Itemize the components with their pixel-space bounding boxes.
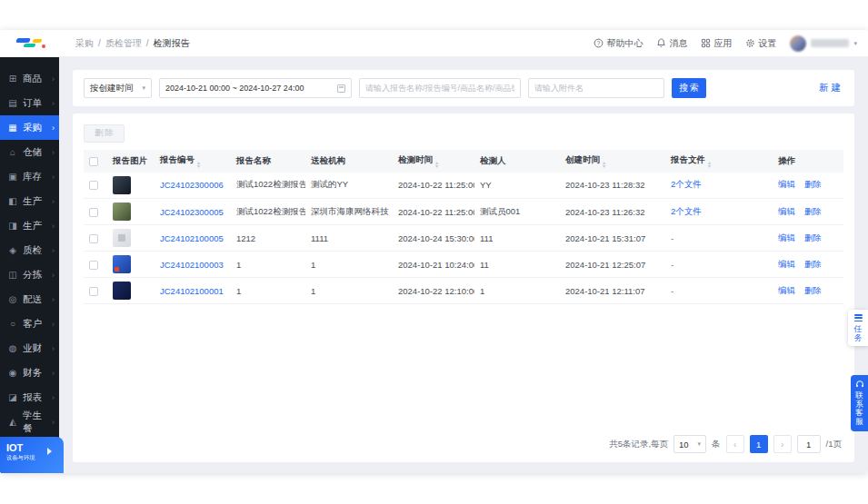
select-all-checkbox[interactable] (89, 157, 98, 166)
delete-link[interactable]: 删除 (804, 179, 822, 189)
sidebar-item-label: 采购 (23, 122, 42, 134)
tester: 11 (480, 260, 489, 270)
apps-button[interactable]: 应用 (701, 37, 732, 50)
sidebar-item-label: 配送 (23, 293, 42, 306)
report-thumbnail[interactable] (113, 255, 131, 273)
app-logo (0, 36, 59, 51)
page-number-current[interactable]: 1 (750, 435, 768, 453)
tasks-float-button[interactable]: 任务 (848, 310, 868, 346)
delete-link[interactable]: 删除 (804, 206, 822, 216)
help-center-button[interactable]: ? 帮助中心 (594, 37, 643, 50)
chevron-right-icon: › (52, 320, 55, 329)
iot-device-icon (44, 444, 59, 460)
edit-link[interactable]: 编辑 (778, 285, 795, 295)
breadcrumb-separator: / (98, 38, 101, 48)
test-time: 2024-10-22 12:10:00 (398, 286, 474, 296)
delete-link[interactable]: 删除 (804, 259, 822, 269)
sidebar-item-quality[interactable]: ◈ 质检 › (0, 238, 59, 262)
agency: 深圳市海康网络科技 (311, 206, 389, 216)
sort-icon[interactable]: ▴▾ (435, 161, 438, 168)
sidebar-item-warehouse[interactable]: ⌂ 仓储 › (0, 140, 59, 164)
chevron-right-icon: › (52, 295, 55, 304)
table-row: JC24102100003 1 1 2024-10-21 10:24:00 11… (84, 252, 843, 278)
date-range-input[interactable]: 2024-10-21 00:00 ~ 2024-10-27 24:00 (159, 78, 352, 98)
time-field-select[interactable]: 按创建时间 ▾ (84, 78, 152, 98)
page-jump-input[interactable]: 1 (797, 435, 821, 453)
sidebar-item-inventory[interactable]: ▣ 库存 › (0, 164, 59, 189)
attachment-search-input[interactable] (528, 78, 664, 98)
report-no-link[interactable]: JC24102300005 (160, 207, 224, 217)
edit-link[interactable]: 编辑 (778, 232, 795, 242)
table-header-row: 报告图片 报告编号▴▾ 报告名称 送检机构 检测时间▴▾ 检测人 创建时间▴▾ … (84, 150, 843, 173)
gear-icon (745, 38, 755, 48)
sort-icon[interactable]: ▴▾ (197, 161, 200, 168)
sidebar-item-sorting[interactable]: ◫ 分拣 › (0, 262, 59, 287)
breadcrumb-item[interactable]: 质检管理 (105, 37, 142, 50)
row-checkbox[interactable] (89, 208, 98, 217)
finance-icon: ◉ (7, 368, 18, 378)
sidebar-item-finance[interactable]: ◉ 财务 › (0, 361, 59, 385)
date-range-value: 2024-10-21 00:00 ~ 2024-10-27 24:00 (165, 84, 304, 93)
report-name: 1 (236, 286, 241, 296)
quality-icon: ◈ (7, 245, 18, 255)
report-thumbnail[interactable] (113, 282, 131, 300)
edit-link[interactable]: 编辑 (778, 259, 795, 269)
report-no-link[interactable]: JC24102300006 (160, 180, 224, 190)
table-row: JC24102300006 测试1022检测报告 测试的YY 2024-10-2… (84, 173, 843, 199)
report-name: 1212 (236, 233, 255, 243)
files-empty: - (671, 260, 673, 270)
sort-icon[interactable]: ▴▾ (603, 161, 605, 168)
sidebar-item-business-finance[interactable]: ◍ 业财 › (0, 336, 59, 361)
chevron-right-icon: › (52, 173, 55, 182)
next-page-button[interactable]: › (773, 435, 792, 453)
sidebar-item-customers[interactable]: ○ 客户 › (0, 311, 59, 336)
sidebar-item-products[interactable]: ⊞ 商品 › (0, 66, 59, 91)
report-no-link[interactable]: JC24102100003 (160, 260, 224, 270)
files-link[interactable]: 2个文件 (671, 206, 702, 216)
create-button[interactable]: 新建 (816, 82, 843, 94)
report-thumbnail[interactable] (113, 203, 131, 221)
tasks-icon (854, 314, 863, 321)
delete-link[interactable]: 删除 (804, 232, 822, 242)
row-checkbox[interactable] (89, 287, 98, 296)
user-menu[interactable]: ▾ (790, 35, 857, 52)
prev-page-button[interactable]: ‹ (726, 435, 744, 453)
bulk-delete-button[interactable]: 删除 (84, 124, 125, 143)
sort-icon[interactable]: ▴▾ (708, 161, 711, 168)
sidebar-item-production[interactable]: ◧ 生产 › (0, 189, 59, 213)
agency: 1 (311, 286, 315, 296)
row-checkbox[interactable] (89, 181, 98, 190)
sidebar-item-orders[interactable]: ▤ 订单 › (0, 91, 59, 115)
row-checkbox[interactable] (89, 234, 98, 243)
tasks-label: 任务 (853, 324, 863, 342)
edit-link[interactable]: 编辑 (778, 179, 795, 189)
sidebar-item-production-2[interactable]: ◨ 生产 › (0, 213, 59, 238)
report-no-link[interactable]: JC24102100005 (160, 233, 224, 243)
avatar (790, 35, 806, 52)
breadcrumb-item[interactable]: 采购 (75, 37, 94, 50)
row-checkbox[interactable] (89, 261, 98, 270)
keyword-search-input[interactable] (359, 78, 521, 98)
chevron-right-icon: › (52, 418, 55, 427)
delete-link[interactable]: 删除 (804, 285, 822, 295)
customer-service-float-button[interactable]: 联系客服 (851, 375, 868, 431)
sidebar-item-procurement[interactable]: ▦ 采购 › (0, 115, 59, 140)
edit-link[interactable]: 编辑 (778, 206, 795, 216)
chevron-right-icon: › (52, 148, 55, 157)
report-thumbnail[interactable] (113, 229, 131, 247)
sidebar-item-label: 分拣 (23, 269, 42, 282)
settings-button[interactable]: 设置 (745, 37, 776, 50)
files-link[interactable]: 2个文件 (671, 179, 702, 189)
chevron-right-icon: › (52, 99, 55, 108)
report-thumbnail[interactable] (113, 176, 131, 194)
production-icon: ◧ (7, 196, 18, 206)
sidebar-item-delivery[interactable]: ◎ 配送 › (0, 287, 59, 311)
sidebar-item-label: 商品 (23, 73, 42, 85)
report-no-link[interactable]: JC24102100001 (160, 286, 224, 296)
sidebar-item-student-meals[interactable]: ◭ 学生餐 › (0, 410, 59, 434)
iot-panel[interactable]: IOT 设备与环境 (0, 437, 64, 473)
page-size-select[interactable]: 10 ▾ (673, 435, 706, 453)
messages-button[interactable]: 消息 (656, 37, 687, 50)
sidebar-item-reports[interactable]: ◪ 报表 › (0, 385, 59, 410)
search-button[interactable]: 搜索 (672, 78, 706, 98)
